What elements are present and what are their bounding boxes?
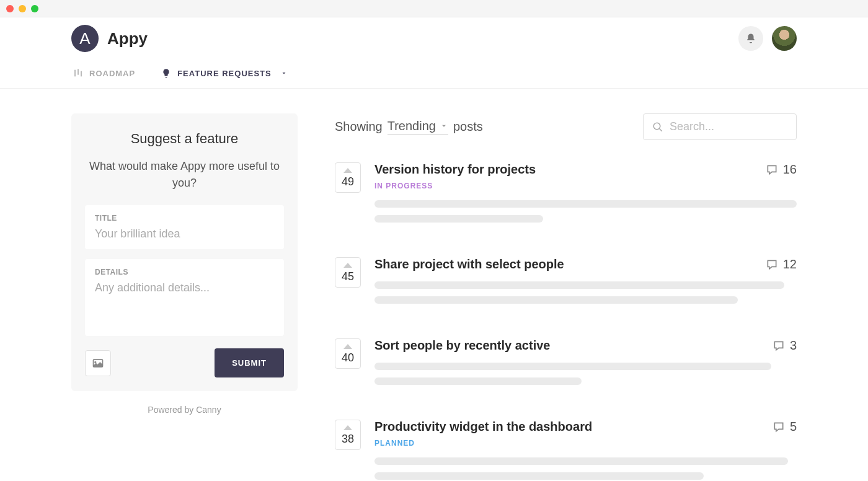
skeleton-line: [374, 472, 704, 480]
status-tag: PLANNED: [374, 439, 797, 448]
showing-prefix: Showing: [335, 120, 383, 134]
suggest-subtitle: What would make Appy more useful to you?: [85, 158, 284, 192]
close-window-button[interactable]: [6, 5, 14, 12]
skeleton-line: [374, 363, 771, 370]
upvote-caret-icon: [343, 425, 352, 430]
skeleton-line: [374, 296, 738, 304]
post-body: Version history for projects16IN PROGRES…: [374, 162, 797, 230]
post-item: 38Productivity widget in the dashboard5P…: [335, 420, 797, 481]
image-icon: [92, 357, 104, 369]
header-right: [738, 26, 797, 51]
suggest-box: Suggest a feature What would make Appy m…: [71, 113, 298, 391]
attach-image-button[interactable]: [85, 350, 111, 376]
nav-roadmap[interactable]: ROADMAP: [73, 68, 135, 78]
main-nav: ROADMAP FEATURE REQUESTS: [0, 57, 868, 89]
post-item: 40Sort people by recently active3: [335, 338, 797, 392]
comments-count: 3: [790, 338, 797, 353]
comments-link[interactable]: 16: [766, 162, 797, 177]
skeleton-line: [374, 457, 788, 465]
search-icon: [652, 121, 663, 133]
comment-icon: [766, 164, 778, 176]
post-body: Sort people by recently active3: [374, 338, 797, 392]
sort-dropdown[interactable]: Trending: [388, 119, 448, 135]
list-header: Showing Trending posts: [335, 113, 797, 140]
traffic-lights: [6, 5, 38, 12]
upvote-caret-icon: [343, 344, 352, 349]
post-head: Version history for projects16: [374, 162, 797, 177]
maximize-window-button[interactable]: [31, 5, 38, 12]
app-logo[interactable]: A: [71, 25, 99, 52]
post-body: Productivity widget in the dashboard5PLA…: [374, 420, 797, 481]
chevron-down-icon: [440, 121, 448, 130]
title-field: TITLE: [85, 205, 284, 249]
upvote-caret-icon: [343, 168, 352, 173]
nav-feature-requests-label: FEATURE REQUESTS: [177, 69, 272, 78]
post-body: Share project with select people12: [374, 257, 797, 311]
suggest-actions: SUBMIT: [85, 348, 284, 377]
details-field-label: DETAILS: [95, 268, 274, 276]
user-avatar[interactable]: [772, 26, 797, 51]
nav-feature-requests[interactable]: FEATURE REQUESTS: [161, 68, 288, 78]
comments-count: 5: [790, 420, 797, 434]
minimize-window-button[interactable]: [19, 5, 26, 12]
post-title[interactable]: Sort people by recently active: [374, 338, 550, 353]
vote-count: 49: [342, 175, 354, 188]
post-description-placeholder: [374, 457, 797, 480]
comment-icon: [766, 258, 778, 271]
bell-icon: [745, 33, 756, 44]
comment-icon: [773, 421, 785, 433]
header-left: A Appy: [71, 25, 148, 52]
browser-chrome: [0, 0, 868, 17]
comments-link[interactable]: 3: [773, 338, 797, 353]
roadmap-icon: [73, 68, 83, 78]
comments-link[interactable]: 12: [766, 257, 797, 271]
title-field-label: TITLE: [95, 214, 274, 223]
search-input[interactable]: [670, 120, 787, 133]
search-box[interactable]: [643, 113, 797, 140]
lightbulb-icon: [161, 68, 171, 78]
post-head: Share project with select people12: [374, 257, 797, 271]
vote-count: 40: [342, 351, 354, 364]
vote-count: 45: [342, 270, 354, 283]
vote-box[interactable]: 38: [335, 420, 361, 450]
powered-by[interactable]: Powered by Canny: [71, 405, 298, 415]
showing-text: Showing Trending posts: [335, 119, 483, 135]
post-title[interactable]: Share project with select people: [374, 257, 564, 271]
suggest-panel: Suggest a feature What would make Appy m…: [71, 113, 298, 415]
sort-value: Trending: [388, 119, 436, 133]
post-list: Showing Trending posts 49Version history…: [335, 113, 797, 481]
comments-count: 16: [783, 162, 797, 177]
skeleton-line: [374, 215, 543, 223]
title-input[interactable]: [95, 227, 274, 240]
post-description-placeholder: [374, 200, 797, 223]
vote-count: 38: [342, 433, 354, 446]
comment-icon: [773, 340, 785, 352]
svg-rect-1: [78, 69, 79, 74]
post-item: 49Version history for projects16IN PROGR…: [335, 162, 797, 230]
details-field: DETAILS: [85, 259, 284, 336]
vote-box[interactable]: 40: [335, 338, 361, 369]
vote-box[interactable]: 49: [335, 162, 361, 193]
post-title[interactable]: Version history for projects: [374, 162, 536, 177]
vote-box[interactable]: 45: [335, 257, 361, 288]
suggest-title: Suggest a feature: [85, 131, 284, 147]
svg-rect-0: [74, 70, 76, 77]
comments-link[interactable]: 5: [773, 420, 797, 434]
details-input[interactable]: [95, 281, 274, 325]
post-description-placeholder: [374, 363, 797, 385]
notifications-button[interactable]: [738, 26, 763, 51]
submit-button[interactable]: SUBMIT: [215, 348, 284, 377]
post-item: 45Share project with select people12: [335, 257, 797, 311]
comments-count: 12: [783, 257, 797, 271]
status-tag: IN PROGRESS: [374, 182, 797, 190]
header: A Appy: [0, 17, 868, 57]
post-head: Sort people by recently active3: [374, 338, 797, 353]
skeleton-line: [374, 281, 784, 289]
content: Suggest a feature What would make Appy m…: [0, 89, 868, 481]
app-name: Appy: [107, 29, 148, 48]
chevron-down-icon: [280, 69, 288, 77]
upvote-caret-icon: [343, 263, 352, 268]
skeleton-line: [374, 377, 582, 385]
post-head: Productivity widget in the dashboard5: [374, 420, 797, 434]
post-title[interactable]: Productivity widget in the dashboard: [374, 420, 592, 434]
